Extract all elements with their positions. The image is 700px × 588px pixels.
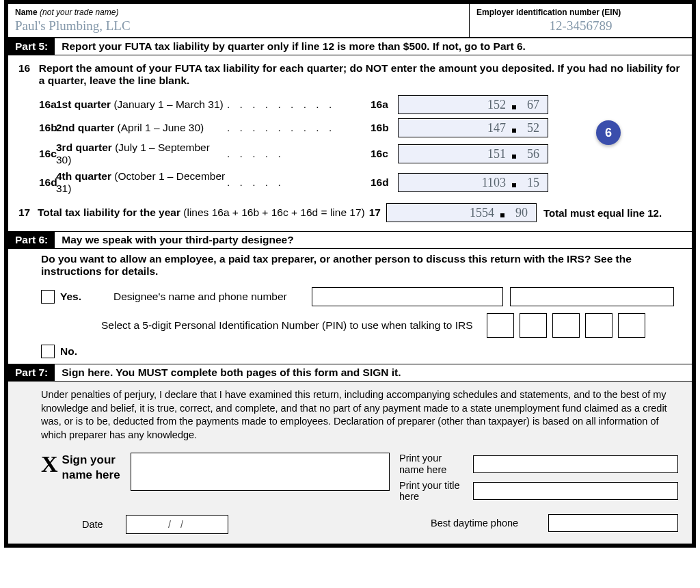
part7-tag: Part 7: [8, 364, 55, 381]
perjury-text: Under penalties of perjury, I declare th… [41, 388, 678, 442]
decimal-icon [512, 155, 516, 159]
part6-tag: Part 6: [8, 232, 55, 248]
amount-16b[interactable]: 147 52 [398, 118, 548, 137]
amount-16a[interactable]: 152 67 [398, 95, 548, 114]
pin-digit-4[interactable] [585, 313, 612, 338]
part6-intro: Do you want to allow an employee, a paid… [41, 253, 682, 278]
part6-title: May we speak with your third-party desig… [55, 232, 692, 248]
name-paren: (not your trade name) [40, 8, 118, 17]
sign-label: Sign your name here [62, 453, 124, 482]
phone-label: Best daytime phone [431, 518, 540, 529]
part5-title: Report your FUTA tax liability by quarte… [55, 38, 692, 55]
designee-label: Designee's name and phone number [113, 291, 312, 303]
date-label: Date [82, 519, 115, 530]
date-input[interactable]: // [126, 515, 228, 534]
row-16d: 16d 4th quarter (October 1 – December 31… [18, 170, 682, 195]
no-label: No. [60, 345, 77, 358]
name-label: Name [15, 8, 38, 17]
row-16a: 16a 1st quarter (January 1 – March 31) .… [18, 95, 682, 114]
checkbox-yes[interactable] [41, 290, 55, 304]
decimal-icon [512, 183, 516, 187]
checkbox-no[interactable] [41, 345, 55, 358]
pin-label: Select a 5-digit Personal Identification… [101, 319, 473, 332]
ein-label: Employer identification number (EIN) [476, 8, 685, 17]
ein-value[interactable]: 12-3456789 [476, 17, 685, 34]
amount-17[interactable]: 1554 90 [386, 203, 537, 222]
pin-digit-5[interactable] [618, 313, 645, 338]
row-16b: 16b 2nd quarter (April 1 – June 30) . . … [18, 118, 682, 137]
row-17: 17 Total tax liability for the year (lin… [18, 203, 682, 222]
ein-cell: Employer identification number (EIN) 12-… [470, 4, 692, 37]
line16-text: Report the amount of your FUTA tax liabi… [39, 62, 682, 87]
decimal-icon [512, 129, 516, 133]
code-16a: 16a [18, 98, 56, 111]
amount-16d[interactable]: 1103 15 [398, 173, 548, 192]
row-16c: 16c 3rd quarter (July 1 – September 30) … [18, 142, 682, 166]
part5-tag: Part 5: [8, 38, 55, 55]
print-name-input[interactable] [473, 455, 678, 473]
phone-input[interactable] [548, 514, 678, 532]
amount-16c[interactable]: 151 56 [398, 144, 548, 163]
designee-name-input[interactable] [312, 287, 503, 306]
pin-digit-2[interactable] [520, 313, 547, 338]
yes-label: Yes. [60, 291, 113, 303]
pin-digit-3[interactable] [552, 313, 580, 338]
decimal-icon [500, 213, 504, 217]
designee-phone-input[interactable] [510, 287, 674, 306]
part7-title: Sign here. You MUST complete both pages … [55, 364, 692, 381]
company-name[interactable]: Paul's Plumbing, LLC [15, 17, 462, 34]
print-title-input[interactable] [473, 482, 678, 500]
pin-digit-1[interactable] [487, 313, 514, 338]
signature-input[interactable] [131, 453, 390, 491]
line16-num: 16 [18, 62, 31, 87]
annotation-badge-6: 6 [596, 120, 621, 145]
name-cell: Name (not your trade name) Paul's Plumbi… [8, 4, 470, 37]
decimal-icon [512, 105, 516, 109]
x-mark-icon: X [41, 453, 58, 476]
print-name-label: Print your name here [399, 453, 468, 475]
print-title-label: Print your title here [399, 480, 468, 503]
